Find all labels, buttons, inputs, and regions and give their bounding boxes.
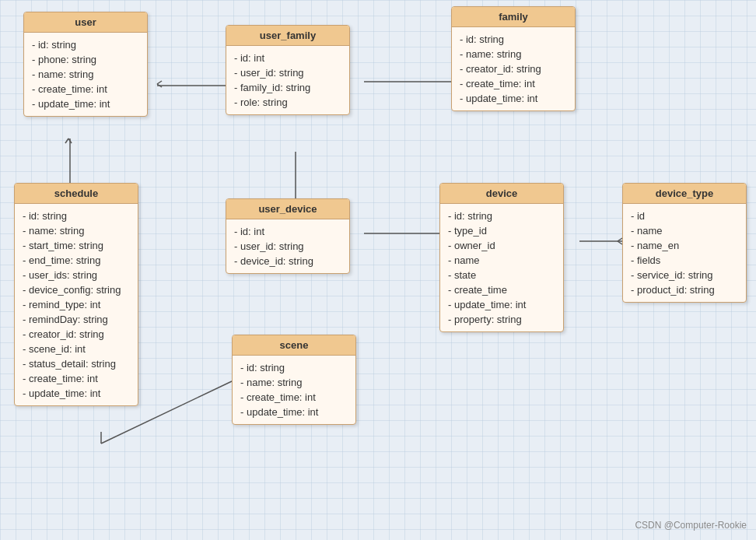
- table-family-body: - id: string- name: string- creator_id: …: [452, 27, 575, 110]
- table-user-header: user: [24, 12, 147, 33]
- table-device: device- id: string- type_id- owner_id- n…: [439, 183, 564, 332]
- table-user-field-3: - create_time: int: [32, 82, 139, 96]
- table-device_type-field-3: - fields: [631, 253, 738, 268]
- table-device-field-7: - property: string: [448, 312, 555, 327]
- svg-line-6: [68, 139, 72, 143]
- table-user_device: user_device- id: int- user_id: string- d…: [226, 198, 350, 274]
- table-schedule-header: schedule: [15, 184, 138, 204]
- table-schedule: schedule- id: string- name: string- star…: [14, 183, 138, 406]
- table-device-field-4: - state: [448, 268, 555, 282]
- table-schedule-field-10: - status_detail: string: [23, 356, 130, 371]
- table-scene-field-1: - name: string: [240, 375, 348, 390]
- table-device_type-header: device_type: [623, 184, 746, 204]
- table-device-body: - id: string- type_id- owner_id- name- s…: [440, 204, 563, 331]
- table-device-field-5: - create_time: [448, 282, 555, 297]
- table-user_device-field-0: - id: int: [234, 224, 341, 239]
- table-family-field-3: - create_time: int: [460, 76, 567, 91]
- table-scene-field-3: - update_time: int: [240, 405, 348, 419]
- table-user_family-field-2: - family_id: string: [234, 80, 341, 95]
- table-family-field-1: - name: string: [460, 47, 567, 61]
- table-schedule-field-5: - device_config: string: [23, 282, 130, 297]
- svg-line-1: [157, 81, 162, 84]
- table-family-field-0: - id: string: [460, 32, 567, 47]
- table-user-field-2: - name: string: [32, 67, 139, 82]
- table-device_type-field-2: - name_en: [631, 238, 738, 253]
- svg-line-5: [65, 139, 68, 143]
- table-schedule-field-0: - id: string: [23, 209, 130, 223]
- table-schedule-field-2: - start_time: string: [23, 238, 130, 253]
- table-scene-header: scene: [233, 335, 355, 356]
- table-schedule-field-11: - create_time: int: [23, 371, 130, 386]
- table-device_type-field-5: - product_id: string: [631, 282, 738, 297]
- table-device_type: device_type- id- name- name_en- fields- …: [622, 183, 747, 303]
- table-schedule-field-6: - remind_type: int: [23, 297, 130, 312]
- table-family: family- id: string- name: string- creato…: [451, 6, 576, 111]
- table-family-header: family: [452, 7, 575, 27]
- table-device-field-0: - id: string: [448, 209, 555, 223]
- table-device_type-field-0: - id: [631, 209, 738, 223]
- table-schedule-field-3: - end_time: string: [23, 253, 130, 268]
- table-schedule-field-9: - scene_id: int: [23, 342, 130, 356]
- table-device-header: device: [440, 184, 563, 204]
- table-device_type-field-1: - name: [631, 223, 738, 238]
- table-schedule-field-7: - remindDay: string: [23, 312, 130, 327]
- table-user_family-field-1: - user_id: string: [234, 65, 341, 80]
- table-scene: scene- id: string- name: string- create_…: [232, 335, 356, 425]
- table-schedule-field-4: - user_ids: string: [23, 268, 130, 282]
- table-device-field-3: - name: [448, 253, 555, 268]
- table-user-field-0: - id: string: [32, 37, 139, 52]
- table-user_device-field-1: - user_id: string: [234, 239, 341, 254]
- table-user: user- id: string- phone: string- name: s…: [23, 12, 148, 117]
- table-schedule-field-1: - name: string: [23, 223, 130, 238]
- table-user-field-1: - phone: string: [32, 52, 139, 67]
- table-schedule-body: - id: string- name: string- start_time: …: [15, 204, 138, 405]
- table-user_family: user_family- id: int- user_id: string- f…: [226, 25, 350, 115]
- table-user_family-header: user_family: [226, 26, 349, 46]
- table-user_family-field-3: - role: string: [234, 95, 341, 110]
- table-user_family-field-0: - id: int: [234, 51, 341, 65]
- table-device_type-body: - id- name- name_en- fields- service_id:…: [623, 204, 746, 302]
- table-user_device-field-2: - device_id: string: [234, 254, 341, 268]
- table-schedule-field-12: - update_time: int: [23, 386, 130, 401]
- table-scene-field-2: - create_time: int: [240, 390, 348, 405]
- table-device-field-2: - owner_id: [448, 238, 555, 253]
- table-family-field-2: - creator_id: string: [460, 61, 567, 76]
- table-user-body: - id: string- phone: string- name: strin…: [24, 33, 147, 116]
- table-family-field-4: - update_time: int: [460, 91, 567, 106]
- table-scene-body: - id: string- name: string- create_time:…: [233, 356, 355, 424]
- table-device_type-field-4: - service_id: string: [631, 268, 738, 282]
- svg-line-2: [157, 84, 162, 87]
- table-user-field-4: - update_time: int: [32, 96, 139, 111]
- table-schedule-field-8: - creator_id: string: [23, 327, 130, 342]
- table-user_device-body: - id: int- user_id: string- device_id: s…: [226, 219, 349, 273]
- table-device-field-1: - type_id: [448, 223, 555, 238]
- table-device-field-6: - update_time: int: [448, 297, 555, 312]
- table-scene-field-0: - id: string: [240, 360, 348, 375]
- watermark: CSDN @Computer-Rookie: [635, 520, 747, 531]
- table-user_family-body: - id: int- user_id: string- family_id: s…: [226, 46, 349, 114]
- table-user_device-header: user_device: [226, 199, 349, 219]
